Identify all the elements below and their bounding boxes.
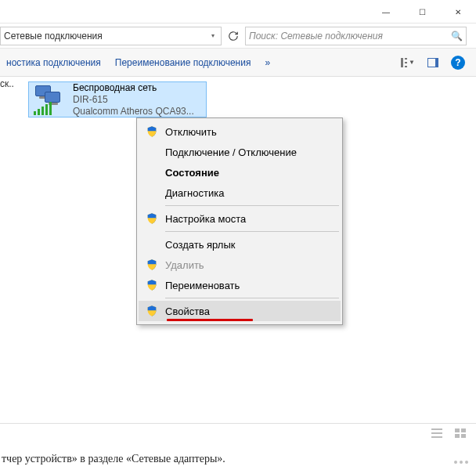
context-menu-separator bbox=[165, 231, 339, 232]
chevron-down-icon: ▼ bbox=[409, 59, 415, 66]
footer-text: тчер устройств» в разделе «Сетевые адапт… bbox=[0, 453, 225, 465]
context-menu-label: Свойства bbox=[165, 306, 330, 317]
context-menu-label: Переименовать bbox=[165, 280, 330, 291]
search-box[interactable]: Поиск: Сетевые подключения 🔍 bbox=[245, 27, 467, 45]
view-large-button[interactable] bbox=[453, 427, 468, 439]
context-menu-item[interactable]: Свойства bbox=[139, 301, 341, 321]
uac-shield-icon bbox=[145, 125, 159, 138]
network-name: Беспроводная сеть bbox=[73, 82, 194, 94]
network-icon bbox=[34, 84, 67, 115]
maximize-button[interactable]: ☐ bbox=[404, 0, 440, 24]
context-menu-separator bbox=[165, 205, 339, 206]
view-details-icon bbox=[431, 428, 442, 438]
layout-icon bbox=[401, 58, 407, 67]
close-button[interactable]: ✕ bbox=[440, 0, 476, 24]
toolbar: ностика подключения Переименование подкл… bbox=[0, 49, 476, 77]
address-text: Сетевые подключения bbox=[4, 31, 208, 42]
uac-shield-icon bbox=[145, 258, 159, 271]
refresh-button[interactable] bbox=[225, 27, 242, 45]
view-large-icon bbox=[455, 428, 466, 438]
context-menu-label: Состояние bbox=[165, 167, 330, 179]
context-menu-item[interactable]: Создать ярлык bbox=[139, 234, 341, 255]
nav-sidebar-fragment: ск... bbox=[0, 77, 14, 91]
address-dropdown-icon[interactable]: ▾ bbox=[208, 32, 218, 39]
context-menu-item[interactable]: Диагностика bbox=[139, 183, 341, 203]
refresh-icon bbox=[228, 31, 239, 42]
toolbar-diagnose[interactable]: ностика подключения bbox=[6, 57, 101, 68]
context-menu-item[interactable]: Состояние bbox=[139, 162, 341, 183]
uac-shield-icon bbox=[145, 279, 159, 291]
help-button[interactable]: ? bbox=[451, 56, 465, 70]
network-ssid: DIR-615 bbox=[73, 94, 194, 106]
preview-pane-icon bbox=[427, 58, 438, 67]
address-bar[interactable]: Сетевые подключения ▾ bbox=[0, 27, 222, 45]
search-icon[interactable]: 🔍 bbox=[451, 31, 463, 42]
layout-button[interactable]: ▼ bbox=[401, 56, 415, 70]
context-menu: ОтключитьПодключение / ОтключениеСостоян… bbox=[136, 118, 343, 325]
preview-pane-button[interactable] bbox=[426, 56, 440, 70]
search-placeholder: Поиск: Сетевые подключения bbox=[249, 31, 451, 42]
network-item-text: Беспроводная сеть DIR-615 Qualcomm Ather… bbox=[73, 82, 194, 118]
toolbar-expand[interactable]: » bbox=[265, 57, 270, 68]
context-menu-label: Диагностика bbox=[165, 187, 330, 199]
context-menu-item[interactable]: Отключить bbox=[139, 121, 341, 142]
context-menu-separator bbox=[165, 298, 339, 298]
context-menu-label: Отключить bbox=[165, 126, 330, 138]
network-item-wireless[interactable]: Беспроводная сеть DIR-615 Qualcomm Ather… bbox=[28, 81, 207, 118]
signal-icon bbox=[34, 102, 52, 115]
context-menu-item[interactable]: Переименовать bbox=[139, 275, 341, 295]
footer-dots bbox=[454, 461, 468, 464]
context-menu-label: Настройка моста bbox=[165, 213, 330, 225]
context-menu-label: Подключение / Отключение bbox=[165, 146, 330, 158]
context-menu-item[interactable]: Подключение / Отключение bbox=[139, 142, 341, 162]
highlight-underline bbox=[167, 319, 253, 321]
context-menu-item[interactable]: Настройка моста bbox=[139, 208, 341, 229]
content-area: ск... Беспроводная сеть DIR-615 Qualcomm… bbox=[0, 77, 476, 429]
context-menu-item: Удалить bbox=[139, 255, 341, 275]
view-details-button[interactable] bbox=[429, 427, 445, 439]
network-adapter: Qualcomm Atheros QCA93... bbox=[73, 106, 194, 118]
status-bar bbox=[0, 423, 476, 442]
uac-shield-icon bbox=[145, 305, 159, 317]
title-bar: — ☐ ✕ bbox=[0, 0, 476, 24]
context-menu-label: Создать ярлык bbox=[165, 239, 330, 251]
address-row: Сетевые подключения ▾ Поиск: Сетевые под… bbox=[0, 24, 476, 49]
toolbar-rename[interactable]: Переименование подключения bbox=[115, 57, 251, 68]
context-menu-label: Удалить bbox=[165, 259, 330, 271]
minimize-button[interactable]: — bbox=[368, 0, 404, 24]
uac-shield-icon bbox=[145, 212, 159, 225]
toolbar-right: ▼ ? bbox=[401, 56, 470, 70]
